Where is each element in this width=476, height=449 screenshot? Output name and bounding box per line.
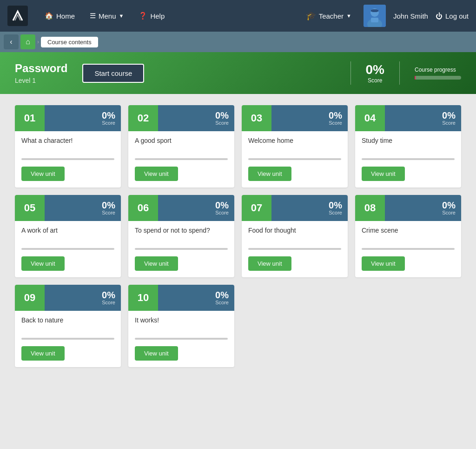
unit-score-label: Score (102, 120, 115, 126)
unit-header: 06 0% Score (128, 195, 234, 221)
avatar (364, 5, 386, 27)
navbar: 🏠 Home ☰ Menu ▼ ❓ Help 🎓 Teacher ▼ (0, 0, 476, 32)
course-contents-crumb[interactable]: Course contents (41, 37, 98, 47)
start-course-label: Start course (94, 69, 132, 77)
unit-score-pct: 0% (329, 111, 342, 120)
view-unit-button[interactable]: View unit (248, 256, 291, 271)
unit-progress-bar (362, 248, 455, 250)
logout-button[interactable]: ⏻ Log out (436, 12, 469, 20)
progress-label: Course progress (415, 67, 461, 73)
view-unit-button[interactable]: View unit (21, 167, 65, 181)
unit-title: It works! (135, 316, 228, 333)
unit-score-pct: 0% (215, 201, 229, 210)
unit-title: To spend or not to spend? (135, 227, 228, 243)
unit-card-04: 04 0% Score Study time View unit (355, 105, 461, 188)
logout-label: Log out (445, 12, 469, 20)
unit-score-label: Score (442, 210, 456, 215)
teacher-icon: 🎓 (306, 11, 316, 21)
unit-score-pct: 0% (215, 111, 229, 120)
unit-number: 03 (242, 105, 271, 131)
unit-body: A work of art View unit (15, 221, 121, 277)
unit-score-label: Score (329, 120, 342, 126)
home-crumb[interactable]: ⌂ (20, 34, 35, 49)
back-icon: ‹ (10, 38, 12, 46)
unit-card-03: 03 0% Score Welcome home View unit (242, 105, 348, 188)
unit-score-label: Score (102, 210, 115, 215)
teacher-label: Teacher (319, 12, 344, 20)
teacher-button[interactable]: 🎓 Teacher ▼ (301, 8, 356, 24)
nav-home[interactable]: 🏠 Home (39, 9, 80, 23)
nav-left: 🏠 Home ☰ Menu ▼ ❓ Help (39, 9, 170, 23)
nav-menu-label: Menu (99, 12, 116, 20)
unit-header: 09 0% Score (15, 285, 121, 311)
unit-score-block: 0% Score (45, 285, 121, 311)
view-unit-button[interactable]: View unit (248, 167, 291, 181)
unit-score-block: 0% Score (45, 105, 121, 131)
unit-body: A good sport View unit (128, 131, 234, 188)
view-unit-button[interactable]: View unit (135, 167, 178, 181)
course-title: Password Level 1 (15, 62, 67, 84)
view-unit-button[interactable]: View unit (135, 256, 178, 271)
unit-score-block: 0% Score (45, 195, 121, 221)
back-button[interactable]: ‹ (4, 34, 19, 49)
unit-number: 10 (128, 285, 158, 311)
nav-help-label: Help (150, 12, 165, 20)
unit-header: 05 0% Score (15, 195, 121, 221)
unit-number: 08 (355, 195, 385, 221)
unit-body: It works! View unit (128, 311, 234, 367)
unit-body: Study time View unit (355, 131, 461, 188)
unit-header: 02 0% Score (128, 105, 234, 131)
main-content: 01 0% Score What a character! View unit … (0, 94, 476, 378)
crumb-separator: › (37, 39, 39, 45)
course-level: Level 1 (15, 77, 67, 84)
nav-help[interactable]: ❓ Help (133, 9, 170, 23)
unit-header: 10 0% Score (128, 285, 234, 311)
view-unit-button[interactable]: View unit (21, 256, 65, 271)
unit-body: Food for thought View unit (242, 221, 348, 277)
unit-score-block: 0% Score (158, 105, 234, 131)
unit-progress-bar (135, 158, 228, 160)
course-header: Password Level 1 Start course 0% Score C… (0, 52, 476, 94)
progress-fill (415, 76, 416, 80)
unit-score-label: Score (215, 210, 229, 215)
nav-menu[interactable]: ☰ Menu ▼ (84, 9, 129, 23)
unit-progress-bar (135, 338, 228, 340)
divider (350, 61, 351, 85)
start-course-button[interactable]: Start course (82, 64, 144, 83)
unit-progress-bar (248, 158, 341, 160)
score-value: 0% (366, 62, 384, 77)
unit-card-08: 08 0% Score Crime scene View unit (355, 195, 461, 277)
unit-header: 07 0% Score (242, 195, 348, 221)
menu-icon: ☰ (90, 12, 96, 20)
unit-progress-bar (135, 248, 228, 250)
unit-number: 04 (355, 105, 385, 131)
menu-chevron-icon: ▼ (119, 13, 124, 19)
view-unit-button[interactable]: View unit (362, 167, 405, 181)
unit-grid: 01 0% Score What a character! View unit … (15, 105, 461, 367)
unit-score-block: 0% Score (158, 195, 234, 221)
unit-body: To spend or not to spend? View unit (128, 221, 234, 277)
unit-score-block: 0% Score (271, 105, 348, 131)
nav-home-label: Home (56, 12, 75, 20)
unit-score-label: Score (442, 120, 456, 126)
view-unit-button[interactable]: View unit (21, 346, 65, 361)
unit-card-07: 07 0% Score Food for thought View unit (242, 195, 348, 277)
logo[interactable] (7, 6, 28, 26)
unit-title: A work of art (21, 227, 114, 243)
unit-header: 03 0% Score (242, 105, 348, 131)
unit-card-05: 05 0% Score A work of art View unit (15, 195, 121, 277)
unit-score-label: Score (215, 300, 229, 305)
unit-score-block: 0% Score (271, 195, 348, 221)
unit-progress-bar (362, 158, 455, 160)
view-unit-button[interactable]: View unit (135, 346, 178, 361)
unit-score-block: 0% Score (158, 285, 234, 311)
unit-number: 01 (15, 105, 45, 131)
unit-score-pct: 0% (102, 290, 115, 300)
unit-number: 06 (128, 195, 158, 221)
view-unit-button[interactable]: View unit (362, 256, 405, 271)
breadcrumb-bar: ‹ ⌂ › Course contents (0, 32, 476, 52)
unit-progress-bar (21, 158, 114, 160)
unit-score-block: 0% Score (385, 105, 461, 131)
progress-bar (415, 76, 461, 80)
unit-score-pct: 0% (442, 201, 456, 210)
